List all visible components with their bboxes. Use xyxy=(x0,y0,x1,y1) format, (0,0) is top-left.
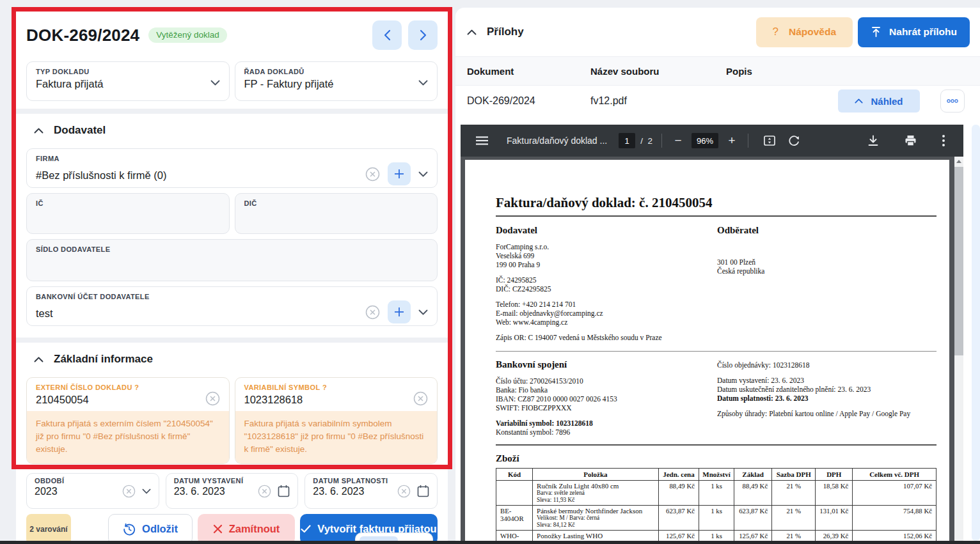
goods-table-header: KódPoložkaJedn. cenaMnožstvíZákladSazba … xyxy=(496,469,937,481)
field-label: FIRMA xyxy=(36,155,428,162)
add-firma-button[interactable] xyxy=(388,162,411,185)
bankovni-ucet-combobox[interactable]: BANKOVNÍ ÚČET DODAVATELE test xyxy=(26,286,438,326)
chevron-down-icon[interactable] xyxy=(142,488,151,494)
pdf-text-line: Veselská 699 xyxy=(496,251,717,260)
collapse-chevron-icon[interactable] xyxy=(34,128,43,134)
panel-scrollbar[interactable] xyxy=(972,125,980,541)
clear-field-icon[interactable] xyxy=(397,485,411,498)
warnings-count-badge[interactable]: 2 varování xyxy=(26,514,71,544)
obdobi-select[interactable]: OBDOBÍ 2023 xyxy=(26,473,159,509)
pdf-text-line: Způsoby úhrady: Platební kartou online /… xyxy=(717,409,937,418)
menu-icon[interactable] xyxy=(476,136,488,145)
pdf-text-line: IBAN: CZ87 2010 0000 0027 0026 4153 xyxy=(496,394,717,403)
goods-column-header: Základ xyxy=(734,469,772,481)
help-icon[interactable]: ? xyxy=(322,384,327,391)
postpone-button[interactable]: Odložit xyxy=(108,514,193,544)
add-bank-account-button[interactable] xyxy=(388,300,411,323)
customer-heading: Odběratel xyxy=(717,225,937,236)
zoom-out-button[interactable]: − xyxy=(671,134,685,148)
status-badge: Vytěžený doklad xyxy=(148,27,227,43)
datum-vystaveni-field[interactable]: DATUM VYSTAVENÍ 23. 6. 2023 xyxy=(166,473,299,509)
field-value: Faktura přijatá xyxy=(36,78,210,90)
clear-field-icon[interactable] xyxy=(122,485,136,498)
help-icon[interactable]: ? xyxy=(134,384,139,391)
field-value: 23. 6. 2023 xyxy=(174,486,253,497)
variabilni-symbol-field[interactable]: VARIABILNÍ SYMBOL ? 1023128618 xyxy=(235,378,438,411)
pdf-toolbar: Faktura/daňový doklad ... 1 / 2 − 96% + xyxy=(461,125,963,157)
next-document-button[interactable] xyxy=(408,20,438,50)
chevron-down-icon[interactable] xyxy=(418,171,428,177)
field-label: BANKOVNÍ ÚČET DODAVATELE xyxy=(36,293,428,300)
chevron-down-icon[interactable] xyxy=(418,309,428,315)
pdf-text-line: Číslo objednávky: 1023128618 xyxy=(717,361,937,369)
clear-field-icon[interactable] xyxy=(365,305,380,320)
plus-icon xyxy=(394,169,404,179)
collapse-chevron-icon[interactable] xyxy=(34,357,43,362)
goods-cell: Pánské bermudy Northfinder JacksonVeliko… xyxy=(533,506,659,531)
print-icon[interactable] xyxy=(905,135,917,146)
goods-table: KódPoložkaJedn. cenaMnožstvíZákladSazba … xyxy=(496,468,937,541)
goods-cell: Ponožky Lasting WHO xyxy=(533,531,659,541)
dic-field[interactable]: DIČ xyxy=(235,193,438,234)
download-icon[interactable] xyxy=(867,135,879,146)
upload-icon xyxy=(871,26,881,38)
check-icon xyxy=(301,525,311,533)
externi-cislo-field[interactable]: EXTERNÍ ČÍSLO DOKLADU ? 210450054 xyxy=(27,378,229,411)
calendar-icon[interactable] xyxy=(417,485,429,497)
chevron-left-icon xyxy=(384,29,391,41)
ic-field[interactable]: IČ xyxy=(26,193,230,234)
sidlo-dodavatele-field[interactable]: SÍDLO DODAVATELE xyxy=(26,239,438,281)
scroll-up-arrow-icon[interactable] xyxy=(954,157,963,166)
zoom-in-button[interactable]: + xyxy=(725,134,739,148)
column-header: Popis xyxy=(726,66,980,77)
datum-splatnosti-field[interactable]: DATUM SPLATNOSTI 23. 6. 2023 xyxy=(304,473,438,509)
calendar-icon[interactable] xyxy=(278,485,290,497)
goods-cell: 131,01 Kč xyxy=(816,506,853,531)
attachments-panel: Přílohy ? Nápověda Nahrát přílohu Dokume… xyxy=(455,8,980,544)
goods-cell: 1 ks xyxy=(699,531,734,541)
pdf-text-line: E-mail: objednavky@forcamping.cz xyxy=(496,309,717,318)
goods-cell: 754,88 Kč xyxy=(853,506,937,531)
chevron-down-icon[interactable] xyxy=(210,80,220,86)
field-label: VARIABILNÍ SYMBOL xyxy=(244,384,320,391)
pdf-text-line: Česká republika xyxy=(717,267,937,276)
clear-field-icon[interactable] xyxy=(413,391,428,406)
fit-page-icon[interactable] xyxy=(763,134,776,147)
prev-document-button[interactable] xyxy=(372,20,402,50)
clear-field-icon[interactable] xyxy=(365,167,380,182)
field-label: DATUM SPLATNOSTI xyxy=(313,477,429,485)
reject-button[interactable]: Zamítnout xyxy=(198,514,295,544)
pdf-text-line: Konstantní symbol: 7896 xyxy=(496,428,717,437)
page-divider: / xyxy=(640,136,643,146)
upload-attachment-button[interactable]: Nahrát přílohu xyxy=(858,17,970,47)
typ-dokladu-select[interactable]: TYP DOKLADU Faktura přijatá xyxy=(26,61,230,101)
chevron-down-icon[interactable] xyxy=(418,80,428,86)
zoom-level[interactable]: 96% xyxy=(692,133,718,148)
goods-cell: 21 % xyxy=(772,531,816,541)
pdf-scrollbar[interactable] xyxy=(954,157,963,541)
rotate-icon[interactable] xyxy=(787,134,800,147)
page-number-input[interactable]: 1 xyxy=(619,133,635,148)
goods-row: Ručník Zulu Light 40x80 cmBarva: světle … xyxy=(496,481,937,506)
question-icon: ? xyxy=(773,26,778,38)
goods-cell xyxy=(496,481,533,506)
rada-dokladu-select[interactable]: ŘADA DOKLADŮ FP - Faktury přijaté xyxy=(235,61,438,101)
row-actions-button[interactable] xyxy=(940,89,965,113)
pdf-text-line: Zápis OR: C 194007 vedená u Městského so… xyxy=(496,333,717,342)
pdf-text-line: Datum uskutečnění zdanitelného plnění: 2… xyxy=(717,385,937,394)
goods-cell: 26,39 Kč xyxy=(816,531,853,541)
duplicate-warning-message: Faktura přijatá s externím číslem "21045… xyxy=(27,411,229,463)
help-button[interactable]: ? Nápověda xyxy=(756,17,853,47)
attachment-row[interactable]: DOK-269/2024 fv12.pdf Náhled xyxy=(455,86,980,116)
scrollbar-thumb[interactable] xyxy=(954,167,963,355)
attachment-dokument: DOK-269/2024 xyxy=(467,95,590,107)
clear-field-icon[interactable] xyxy=(205,391,220,406)
attachments-table-header: Dokument Název souboru Popis xyxy=(455,56,980,86)
more-options-vertical-icon[interactable] xyxy=(942,135,945,146)
clear-field-icon[interactable] xyxy=(258,485,271,498)
goods-cell: 152,06 Kč xyxy=(853,531,937,541)
field-label: EXTERNÍ ČÍSLO DOKLADU xyxy=(36,384,132,391)
collapse-chevron-icon[interactable] xyxy=(467,29,477,35)
firma-combobox[interactable]: FIRMA #Bez příslušnosti k firmě (0) xyxy=(26,148,438,188)
preview-toggle-button[interactable]: Náhled xyxy=(838,89,920,113)
